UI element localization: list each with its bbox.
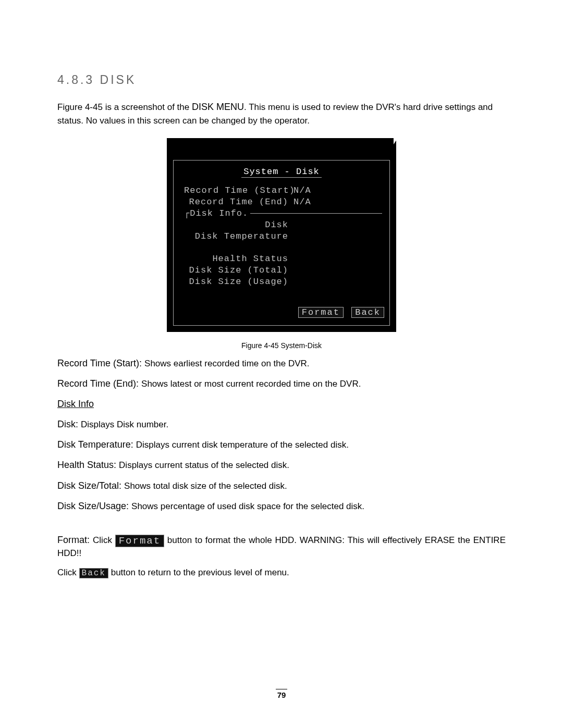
fieldset-corner: ┌ <box>184 208 190 218</box>
page-number: 79 <box>0 689 563 699</box>
disk-value <box>288 220 293 230</box>
def-pre: Click <box>93 535 115 545</box>
def-health: Health Status: Displays current status o… <box>57 459 506 472</box>
def-body: Shows total disk size of the selected di… <box>124 481 287 491</box>
def-lead: Record Time (End): <box>57 378 141 389</box>
disk-info-label: Disk Info. <box>190 208 248 218</box>
disk-info-heading: Disk Info <box>57 398 506 411</box>
menu-title: System - Disk <box>241 167 322 178</box>
def-body: Displays Disk number. <box>81 419 168 429</box>
intro-menu-name: DISK MENU <box>192 102 244 112</box>
record-end-value: N/A <box>288 197 311 207</box>
disk-info-fieldset: ┌Disk Info. <box>184 208 382 218</box>
health-value <box>288 254 293 264</box>
def-lead: Format: <box>57 535 93 545</box>
def-body: Shows latest or most current recorded ti… <box>141 379 361 389</box>
def-back: Click Back button to return to the previ… <box>57 566 506 579</box>
section-heading: 4.8.3 DISK <box>57 73 506 87</box>
size-total-label: Disk Size (Total) <box>184 265 288 275</box>
def-size-total: Disk Size/Total: Shows total disk size o… <box>57 479 506 492</box>
back-button[interactable]: Back <box>351 307 384 318</box>
def-size-usage: Disk Size/Usage: Shows percentage of use… <box>57 500 506 513</box>
def-lead: Health Status: <box>57 460 119 470</box>
page-number-value: 79 <box>277 690 286 699</box>
record-start-value: N/A <box>288 186 311 195</box>
figure-caption: Figure 4-45 System-Disk <box>57 341 506 350</box>
disk-info-heading-text: Disk Info <box>57 399 94 409</box>
fieldset-line <box>250 213 382 214</box>
disk-temp-label: Disk Temperature <box>184 231 288 241</box>
record-end-label: Record Time (End) <box>184 197 288 207</box>
def-body: Displays current disk temperature of the… <box>136 440 349 450</box>
def-record-end: Record Time (End): Shows latest or most … <box>57 377 506 390</box>
def-pre: Click <box>57 567 79 577</box>
def-body: Shows earliest recorded time on the DVR. <box>144 359 310 368</box>
back-inline-button[interactable]: Back <box>79 568 108 578</box>
menu-panel: System - Disk Record Time (Start) N/A Re… <box>173 160 390 326</box>
def-lead: Disk: <box>57 419 81 429</box>
def-record-start: Record Time (Start): Shows earliest reco… <box>57 357 506 370</box>
cursor-icon <box>394 138 398 144</box>
size-total-value <box>288 265 293 275</box>
intro-paragraph: Figure 4-45 is a screenshot of the DISK … <box>57 100 506 128</box>
format-button[interactable]: Format <box>298 307 344 318</box>
size-usage-label: Disk Size (Usage) <box>184 277 288 287</box>
def-lead: Disk Size/Total: <box>57 480 124 491</box>
def-format: Format: Click Format button to format th… <box>57 534 506 559</box>
def-lead: Record Time (Start): <box>57 358 144 368</box>
def-body: Shows percentage of used disk space for … <box>131 501 364 511</box>
disk-temp-value <box>288 231 293 241</box>
def-disk: Disk: Displays Disk number. <box>57 418 506 431</box>
def-post: button to return to the previous level o… <box>108 567 289 577</box>
disk-label: Disk <box>184 220 288 230</box>
intro-text-1: Figure 4-45 is a screenshot of the <box>57 102 192 112</box>
size-usage-value <box>288 277 293 287</box>
record-start-label: Record Time (Start) <box>184 186 288 195</box>
def-body: Displays current status of the selected … <box>119 460 289 470</box>
def-lead: Disk Temperature: <box>57 439 136 450</box>
health-label: Health Status <box>184 254 288 264</box>
format-inline-button[interactable]: Format <box>115 535 164 547</box>
disk-menu-screenshot: System - Disk Record Time (Start) N/A Re… <box>167 138 396 332</box>
def-lead: Disk Size/Usage: <box>57 501 131 511</box>
def-disk-temp: Disk Temperature: Displays current disk … <box>57 438 506 451</box>
